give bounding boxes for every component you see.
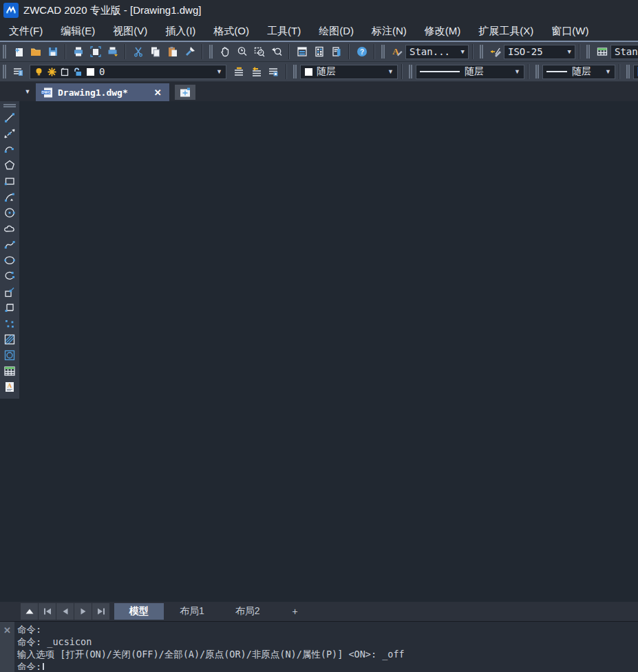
hatch-button[interactable] xyxy=(0,331,19,347)
doc-tab-label: Drawing1.dwg* xyxy=(58,87,128,98)
toolbar-grip[interactable] xyxy=(480,45,483,59)
layer-previous-button[interactable] xyxy=(248,63,265,81)
insert-block-button[interactable] xyxy=(0,284,19,300)
region-button[interactable] xyxy=(0,347,19,363)
pan-button[interactable] xyxy=(216,43,233,61)
design-center-button[interactable] xyxy=(328,43,345,61)
menu-window[interactable]: 窗口(W) xyxy=(542,21,597,41)
menu-edit[interactable]: 编辑(E) xyxy=(52,21,104,41)
arc-button[interactable] xyxy=(0,189,19,204)
layer-states-icon xyxy=(267,65,280,78)
skip-first-icon xyxy=(43,608,52,615)
zoom-previous-button[interactable] xyxy=(268,43,285,61)
menu-draw[interactable]: 绘图(D) xyxy=(310,21,363,41)
rectangle-button[interactable] xyxy=(0,173,19,189)
command-history[interactable]: 命令: 命令: _ucsicon 输入选项 [打开(ON)/关闭(OFF)/全部… xyxy=(14,622,638,672)
save-button[interactable] xyxy=(44,43,61,61)
print-button[interactable] xyxy=(70,43,87,61)
cut-button[interactable] xyxy=(129,43,147,61)
layer-dropdown[interactable]: 0 ▼ xyxy=(30,65,226,79)
toolbar-grip[interactable] xyxy=(381,45,385,59)
command-close-icon[interactable]: ✕ xyxy=(3,625,11,636)
drawing-canvas[interactable] xyxy=(19,101,638,602)
tool-palettes-button[interactable] xyxy=(310,43,328,61)
match-properties-button[interactable] xyxy=(181,43,198,61)
lineweight-dropdown[interactable]: 随层 ▼ xyxy=(542,65,615,79)
polyline-button[interactable] xyxy=(0,141,19,157)
standard-toolbar: ? A Stan... ▼ ISO-25 ▼ Stan... xyxy=(0,42,638,62)
toolbar-grip[interactable] xyxy=(535,65,539,78)
chevron-down-icon: ▼ xyxy=(601,68,611,75)
doc-tab-list-button[interactable]: ▼ xyxy=(21,83,34,100)
last-tab-button[interactable] xyxy=(92,603,109,620)
toolbar-grip[interactable] xyxy=(209,45,213,59)
add-layout-button[interactable]: + xyxy=(276,603,315,620)
make-block-button[interactable] xyxy=(0,300,19,315)
make-object-layer-current-button[interactable] xyxy=(231,63,248,81)
layer-states-button[interactable] xyxy=(265,63,282,81)
skip-last-icon xyxy=(97,608,105,615)
linetype-dropdown[interactable]: 随层 ▼ xyxy=(416,65,524,79)
toolbar-grip[interactable] xyxy=(3,104,16,107)
table-style-button[interactable] xyxy=(593,43,610,61)
properties-palette-button[interactable] xyxy=(293,43,310,61)
color-dropdown[interactable]: 随层 ▼ xyxy=(300,65,398,79)
menu-file[interactable]: 文件(F) xyxy=(0,21,52,41)
layer-manager-button[interactable] xyxy=(10,63,27,81)
first-tab-button[interactable] xyxy=(39,603,56,620)
point-button[interactable] xyxy=(0,315,19,331)
next-tab-button[interactable] xyxy=(74,603,92,620)
polygon-button[interactable] xyxy=(0,157,19,173)
menu-dimension[interactable]: 标注(N) xyxy=(363,21,416,41)
ellipse-button[interactable] xyxy=(0,252,19,268)
plot-button[interactable] xyxy=(104,43,121,61)
command-input[interactable]: 命令: xyxy=(17,660,638,670)
table-button[interactable] xyxy=(0,363,19,379)
menu-insert[interactable]: 插入(I) xyxy=(156,21,204,41)
tab-model[interactable]: 模型 xyxy=(114,603,164,620)
construction-line-button[interactable] xyxy=(0,125,19,141)
toolbar-grip[interactable] xyxy=(293,65,297,78)
doc-tab-close-icon[interactable]: ✕ xyxy=(152,87,164,98)
menu-tools[interactable]: 工具(T) xyxy=(258,21,310,41)
help-button[interactable]: ? xyxy=(353,43,370,61)
tab-layout2[interactable]: 布局2 xyxy=(220,603,275,620)
toolbar-grip[interactable] xyxy=(3,65,6,78)
doc-tab-drawing1[interactable]: DWG Drawing1.dwg* ✕ xyxy=(36,83,169,101)
copy-button[interactable] xyxy=(147,43,164,61)
layout-tab-bar: 模型 布局1 布局2 + xyxy=(0,602,638,621)
dim-style-button[interactable] xyxy=(487,43,504,61)
spline-button[interactable] xyxy=(0,236,19,252)
toolbar-grip[interactable] xyxy=(3,45,6,59)
new-drawing-tab-button[interactable] xyxy=(175,85,195,100)
printer-icon xyxy=(72,45,85,58)
tab-layout1[interactable]: 布局1 xyxy=(164,603,220,620)
toolbar-grip[interactable] xyxy=(586,45,590,59)
zoom-realtime-button[interactable] xyxy=(233,43,251,61)
app-logo-icon xyxy=(3,3,19,18)
menu-format[interactable]: 格式(O) xyxy=(204,21,258,41)
plot-style-dropdown[interactable]: 随颜色 xyxy=(633,65,638,79)
open-button[interactable] xyxy=(27,43,44,61)
menu-express-tools[interactable]: 扩展工具(X) xyxy=(469,21,542,41)
mtext-button[interactable]: A xyxy=(0,379,19,395)
zoom-window-button[interactable] xyxy=(251,43,268,61)
menu-modify[interactable]: 修改(M) xyxy=(416,21,470,41)
paste-button[interactable] xyxy=(164,43,181,61)
ellipse-arc-button[interactable] xyxy=(0,268,19,284)
line-button[interactable] xyxy=(0,109,19,125)
layout-bar-expand-button[interactable] xyxy=(21,603,38,620)
text-style-dropdown[interactable]: Stan... ▼ xyxy=(405,45,469,59)
table-style-dropdown[interactable]: Stan... xyxy=(610,45,638,59)
toolbar-grip[interactable] xyxy=(626,65,630,78)
print-preview-button[interactable] xyxy=(87,43,104,61)
text-style-button[interactable]: A xyxy=(388,43,405,61)
toolbar-grip[interactable] xyxy=(409,65,412,78)
menu-view[interactable]: 视图(V) xyxy=(104,21,156,41)
revision-cloud-button[interactable] xyxy=(0,220,19,236)
circle-button[interactable] xyxy=(0,204,19,220)
new-button[interactable] xyxy=(10,43,27,61)
previous-tab-button[interactable] xyxy=(56,603,74,620)
dim-style-dropdown[interactable]: ISO-25 ▼ xyxy=(504,45,575,59)
command-line: 命令: _ucsicon xyxy=(17,636,638,648)
